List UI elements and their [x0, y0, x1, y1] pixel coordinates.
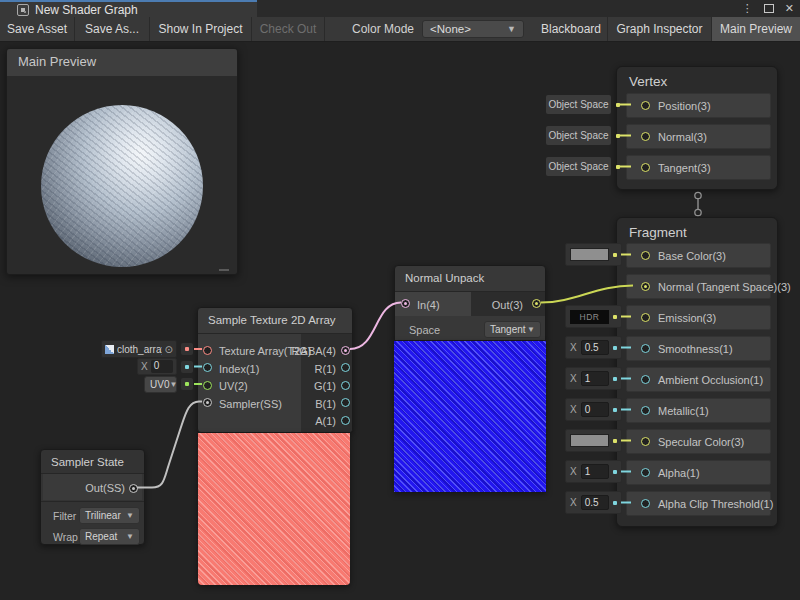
shader-graph-asset-icon: [17, 4, 29, 16]
alpha-clip-threshold-port[interactable]: [641, 499, 650, 508]
main-preview-panel[interactable]: Main Preview: [6, 48, 238, 275]
uv-channel-dropdown[interactable]: UV0 ▼: [144, 376, 177, 393]
widget-dot: [613, 439, 617, 443]
smoothness-row[interactable]: Smoothness(1): [626, 336, 771, 361]
float-field[interactable]: 1: [581, 464, 609, 479]
color-swatch[interactable]: [570, 434, 609, 447]
alpha-clip-threshold-float-widget[interactable]: X 0.5: [565, 491, 622, 514]
ambient-occlusion-port[interactable]: [641, 375, 650, 384]
emission-row[interactable]: Emission(3): [626, 305, 771, 330]
texture-object-field[interactable]: cloth_array ⊙: [101, 340, 177, 358]
widget-dot: [613, 501, 617, 505]
in-port[interactable]: [401, 299, 410, 308]
base-color-swatch-widget[interactable]: [565, 243, 622, 266]
chevron-down-icon: ▼: [126, 532, 134, 541]
sample-texture-preview[interactable]: [198, 433, 350, 585]
color-swatch[interactable]: [570, 248, 609, 261]
save-asset-button[interactable]: Save Asset: [0, 17, 74, 41]
show-in-project-button[interactable]: Show In Project: [150, 17, 251, 41]
r-output-port[interactable]: [341, 363, 350, 372]
sample-texture-2d-array-node[interactable]: Sample Texture 2D Array Texture Array(T2…: [197, 307, 353, 433]
widget-dot: [613, 315, 617, 319]
float-field[interactable]: 0: [581, 402, 609, 417]
shader-graph-window: New Shader Graph ⋮ ✕ Save Asset Save As.…: [0, 0, 800, 600]
tangent-port[interactable]: [641, 163, 650, 172]
blackboard-toggle-button[interactable]: Blackboard: [535, 17, 607, 41]
chevron-down-icon: ▼: [126, 511, 134, 520]
window-menu-icon[interactable]: ⋮: [742, 2, 753, 15]
graph-inspector-toggle-button[interactable]: Graph Inspector: [608, 17, 711, 41]
base-color-port[interactable]: [641, 251, 650, 260]
smoothness-port[interactable]: [641, 344, 650, 353]
vertex-tangent-row[interactable]: Tangent(3): [626, 155, 771, 180]
tangent-space-binding[interactable]: Object Space: [546, 157, 611, 176]
sampler-out-port[interactable]: [129, 484, 138, 493]
texture-thumb-icon: [105, 345, 114, 354]
float-field[interactable]: 0.5: [581, 340, 609, 355]
metallic-row[interactable]: Metallic(1): [626, 398, 771, 423]
float-field[interactable]: 0: [151, 360, 173, 373]
maximize-icon[interactable]: [764, 4, 774, 13]
out-port[interactable]: [532, 299, 541, 308]
float-field[interactable]: 0.5: [581, 495, 609, 510]
a-output-port[interactable]: [341, 416, 350, 425]
normal-port[interactable]: [641, 132, 650, 141]
color-mode-dropdown[interactable]: <None> ▼: [422, 20, 524, 38]
edge-sampler-state-to-sample-texture[interactable]: [137, 402, 202, 488]
ambient-occlusion-float-widget[interactable]: X 1: [565, 367, 622, 390]
sampler-state-node[interactable]: Sampler State Out(SS) Filter Trilinear ▼…: [40, 449, 145, 545]
normal-tangent-space-row[interactable]: Normal (Tangent Space)(3): [626, 274, 771, 299]
g-output-port[interactable]: [341, 381, 350, 390]
fragment-node[interactable]: Fragment Base Color(3) Normal (Tangent S…: [616, 217, 778, 527]
normal-unpack-preview[interactable]: [394, 341, 546, 492]
index-input-port[interactable]: [203, 363, 212, 372]
emission-hdr-widget[interactable]: HDR: [565, 305, 622, 328]
filter-dropdown[interactable]: Trilinear ▼: [79, 507, 140, 524]
emission-port[interactable]: [641, 313, 650, 322]
base-color-row[interactable]: Base Color(3): [626, 243, 771, 268]
alpha-port[interactable]: [641, 468, 650, 477]
vertex-normal-row[interactable]: Normal(3): [626, 124, 771, 149]
vertex-position-row[interactable]: Position(3): [626, 93, 771, 118]
sampler-state-title: Sampler State: [51, 456, 124, 468]
widget-dot: [613, 408, 617, 412]
index-float-widget[interactable]: X 0: [137, 358, 177, 375]
specular-color-row[interactable]: Specular Color(3): [626, 429, 771, 454]
smoothness-float-widget[interactable]: X 0.5: [565, 336, 622, 359]
vertex-node[interactable]: Vertex Position(3) Normal(3) Tangent(3): [616, 66, 778, 190]
binding-dot: [612, 99, 624, 111]
main-preview-toggle-button[interactable]: Main Preview: [712, 17, 800, 41]
object-picker-icon[interactable]: ⊙: [165, 344, 173, 355]
float-field[interactable]: 1: [581, 371, 609, 386]
tab-new-shader-graph[interactable]: New Shader Graph: [0, 0, 257, 17]
widget-dot: [181, 361, 193, 373]
metallic-float-widget[interactable]: X 0: [565, 398, 622, 421]
normal-tangent-space-port[interactable]: [641, 282, 650, 291]
main-preview-header[interactable]: Main Preview: [7, 49, 237, 76]
normal-unpack-node[interactable]: Normal Unpack In(4) Out(3) Space Tangent…: [394, 265, 546, 341]
save-as-button[interactable]: Save As...: [75, 17, 149, 41]
b-output-port[interactable]: [341, 398, 350, 407]
alpha-clip-threshold-row[interactable]: Alpha Clip Threshold(1): [626, 491, 771, 516]
close-icon[interactable]: ✕: [785, 2, 794, 15]
alpha-float-widget[interactable]: X 1: [565, 460, 622, 483]
specular-color-port[interactable]: [641, 437, 650, 446]
alpha-row[interactable]: Alpha(1): [626, 460, 771, 485]
wrap-dropdown[interactable]: Repeat ▼: [79, 528, 140, 545]
specular-color-swatch-widget[interactable]: [565, 429, 622, 452]
sampler-input-port[interactable]: [203, 398, 212, 407]
position-space-binding[interactable]: Object Space: [546, 95, 611, 114]
hdr-color-field[interactable]: HDR: [570, 310, 609, 324]
normal-space-binding[interactable]: Object Space: [546, 126, 611, 145]
rgba-output-port[interactable]: [341, 346, 350, 355]
space-dropdown[interactable]: Tangent ▼: [484, 321, 541, 338]
preview-sphere[interactable]: [41, 105, 203, 267]
ambient-occlusion-row[interactable]: Ambient Occlusion(1): [626, 367, 771, 392]
chevron-down-icon: ▼: [527, 325, 535, 334]
uv-input-port[interactable]: [203, 381, 212, 390]
position-port[interactable]: [641, 101, 650, 110]
panel-resize-handle[interactable]: [219, 269, 229, 271]
window-controls: ⋮ ✕: [742, 0, 794, 17]
metallic-port[interactable]: [641, 406, 650, 415]
texture-array-input-port[interactable]: [203, 346, 212, 355]
